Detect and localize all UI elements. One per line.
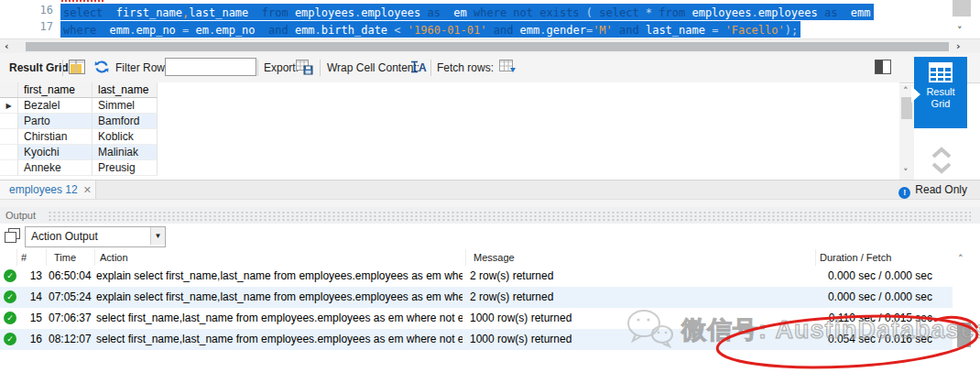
code-line-17[interactable]: where emm.emp_no = em.emp_no and emm.bir… [60, 21, 800, 38]
scroll-down-icon[interactable]: ˅ [903, 167, 909, 179]
row-duration: 0.000 sec / 0.000 sec [788, 287, 932, 308]
result-tab-bar: employees 12✕ !Read Only [0, 180, 980, 200]
output-header: Output [0, 207, 980, 224]
wrap-cell-content-label: Wrap Cell Content: [327, 61, 419, 74]
tab-employees-12[interactable]: employees 12✕ [0, 181, 96, 200]
refresh-icon[interactable] [94, 60, 109, 78]
scroll-up-icon[interactable]: ˄ [903, 85, 909, 97]
cell-first-name[interactable]: Parto [18, 114, 93, 129]
cell-last-name[interactable]: Bamford [93, 114, 158, 129]
row-time: 06:50:04 [49, 266, 94, 287]
fetch-rows-icon[interactable] [499, 60, 516, 78]
read-only-label: Read Only [915, 183, 967, 196]
row-index: 15 [18, 308, 42, 329]
cell-first-name[interactable]: Anneke [18, 160, 93, 176]
tab-label: employees 12 [9, 183, 78, 196]
output-row[interactable]: ✓ 14 07:05:24 explain select first_name,… [0, 287, 953, 308]
row-action: select first_name,last_name from employe… [96, 329, 463, 350]
info-icon: ! [898, 187, 910, 199]
panel-toggle-icon[interactable] [875, 60, 891, 78]
col-header-action[interactable]: Action [100, 249, 466, 266]
active-panel-arrow [911, 86, 920, 103]
col-header-index[interactable]: # [21, 249, 45, 266]
success-check-icon: ✓ [4, 269, 16, 282]
svg-text:A: A [419, 61, 427, 73]
row-message: 2 row(s) returned [470, 266, 800, 287]
column-header-last-name[interactable]: last_name [93, 82, 158, 98]
cell-first-name[interactable]: Bezalel [18, 98, 93, 114]
cell-last-name[interactable]: Simmel [93, 98, 158, 114]
success-check-icon: ✓ [4, 290, 16, 303]
col-header-time[interactable]: Time [54, 249, 100, 266]
table-row[interactable]: Parto Bamford [0, 114, 899, 129]
row-action: explain select first_name,last_name from… [96, 287, 463, 308]
cell-first-name[interactable]: Kyoichi [18, 145, 93, 160]
code-line-16[interactable]: select first_name,last_name from employe… [60, 4, 874, 20]
result-grid-panel-button[interactable]: Result Grid [914, 57, 967, 128]
output-type-dropdown[interactable]: Action Output ▼ [25, 226, 166, 247]
filter-rows-input[interactable] [165, 58, 256, 76]
row-marker-header [0, 82, 18, 98]
mysql-workbench-results-panel: { "editor": { "lines": [ {"number":"16",… [0, 0, 980, 372]
result-grid: first_name last_name ▶ Bezalel Simmel Pa… [0, 82, 899, 181]
output-title: Output [5, 210, 36, 221]
cell-last-name[interactable]: Preusig [93, 160, 158, 176]
chevron-down-icon[interactable]: ▼ [150, 227, 165, 245]
cell-last-name[interactable]: Maliniak [93, 145, 158, 160]
row-marker-icon: ▶ [0, 98, 18, 114]
output-table-header: # Time Action Message Duration / Fetch [0, 249, 953, 266]
success-check-icon: ✓ [4, 312, 16, 324]
col-header-message[interactable]: Message [474, 249, 803, 266]
row-message: 2 row(s) returned [470, 287, 800, 308]
table-row[interactable]: Chirstian Koblick [0, 129, 899, 145]
result-grid-header: first_name last_name [0, 82, 899, 98]
line-number: 16 [0, 4, 53, 16]
row-index: 13 [18, 266, 42, 287]
watermark: 微信号: AustinDatabases [626, 308, 980, 352]
table-row[interactable]: ▶ Bezalel Simmel [0, 98, 899, 114]
cell-last-name[interactable]: Koblick [93, 129, 158, 145]
watermark-text: 微信号: AustinDatabases [681, 313, 980, 346]
output-row[interactable]: ✓ 13 06:50:04 explain select first_name,… [0, 266, 953, 287]
wrap-cell-content-icon[interactable]: A [410, 60, 427, 77]
result-grid-title: Result Grid [9, 61, 69, 74]
row-marker-cell [0, 114, 18, 129]
scroll-up-icon[interactable]: ˄ [958, 253, 964, 265]
collapse-down-icon[interactable] [931, 161, 953, 178]
row-duration: 0.000 sec / 0.000 sec [788, 266, 932, 287]
row-action: explain select first_name,last_name from… [96, 266, 463, 287]
scroll-left-icon[interactable]: ‹ [5, 40, 9, 52]
scroll-down-icon[interactable]: ˅ [957, 25, 963, 37]
dropdown-value: Action Output [31, 230, 98, 243]
row-index: 16 [18, 329, 42, 350]
row-marker-cell [0, 129, 18, 145]
fetch-rows-label: Fetch rows: [437, 61, 494, 74]
read-only-status: !Read Only [898, 183, 967, 199]
export-icon[interactable] [296, 60, 313, 79]
row-action: select first_name,last_name from employe… [96, 308, 463, 329]
stacked-output-icon[interactable] [5, 228, 20, 246]
row-time: 08:12:07 [49, 329, 94, 350]
result-grid-panel-label: Result Grid [914, 86, 967, 110]
output-toolbar: Action Output ▼ [0, 224, 980, 249]
scroll-right-icon[interactable]: › [956, 40, 961, 52]
row-marker-cell [0, 145, 18, 160]
editor-vscroll-thumb[interactable] [953, 0, 971, 16]
result-grid-panel-icon [914, 57, 967, 86]
row-time: 07:05:24 [49, 287, 94, 308]
close-icon[interactable]: ✕ [83, 184, 92, 195]
result-grid-toolbar: Result Grid Filter Rows: Export: Wrap Ce… [0, 53, 980, 83]
row-time: 07:06:37 [49, 308, 94, 329]
col-header-duration[interactable]: Duration / Fetch [820, 249, 930, 266]
success-check-icon: ✓ [4, 333, 16, 345]
table-row[interactable]: Anneke Preusig [0, 160, 899, 176]
grid-columns-icon[interactable] [69, 60, 85, 78]
separator [257, 60, 258, 76]
table-row[interactable]: Kyoichi Maliniak [0, 145, 899, 160]
row-marker-cell [0, 160, 18, 176]
editor-hscroll-thumb[interactable] [26, 42, 949, 51]
editor-hscrollbar[interactable]: ‹ › [0, 38, 980, 54]
sql-editor[interactable]: 16 17 select first_name,last_name from e… [0, 0, 980, 38]
cell-first-name[interactable]: Chirstian [18, 129, 93, 145]
column-header-first-name[interactable]: first_name [18, 82, 93, 98]
